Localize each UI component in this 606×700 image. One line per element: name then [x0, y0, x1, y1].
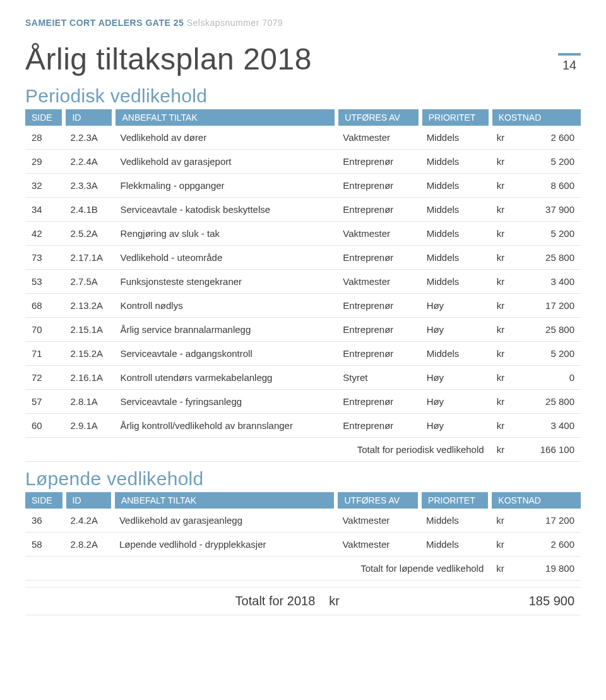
- cell-side: 53: [25, 270, 64, 294]
- cell-by: Entreprenør: [336, 294, 420, 318]
- cell-id: 2.4.2A: [64, 509, 113, 533]
- cell-by: Vaktmester: [336, 270, 420, 294]
- cell-cost: 2 600: [518, 533, 581, 557]
- cell-currency: kr: [490, 246, 518, 270]
- grand-total-cost: 185 900: [396, 588, 581, 615]
- subtotal-label: Totalt for periodisk vedlikehold: [25, 438, 490, 462]
- cell-prio: Middels: [420, 174, 490, 198]
- cell-cost: 25 800: [518, 246, 581, 270]
- cell-prio: Middels: [420, 198, 490, 222]
- col-header-cost: KOSTNAD: [490, 492, 581, 509]
- col-header-by: UTFØRES AV: [336, 492, 420, 509]
- cell-currency: kr: [490, 174, 518, 198]
- col-header-by: UTFØRES AV: [336, 109, 420, 126]
- cell-cost: 25 800: [518, 390, 581, 414]
- cell-currency: kr: [490, 270, 518, 294]
- col-header-prio: PRIORITET: [420, 109, 490, 126]
- cell-cost: 25 800: [518, 318, 581, 342]
- cell-id: 2.2.4A: [64, 150, 114, 174]
- cell-currency: kr: [490, 533, 518, 557]
- cell-task: Kontroll nødlys: [114, 294, 336, 318]
- cell-id: 2.13.2A: [64, 294, 114, 318]
- cell-by: Vaktmester: [336, 533, 420, 557]
- plan-table: SIDEIDANBEFALT TILTAKUTFØRES AVPRIORITET…: [25, 492, 581, 581]
- cell-side: 29: [25, 150, 64, 174]
- cell-currency: kr: [490, 318, 518, 342]
- cell-side: 36: [25, 509, 64, 533]
- cell-by: Entreprenør: [336, 198, 420, 222]
- cell-by: Styret: [336, 366, 420, 390]
- plan-table: SIDEIDANBEFALT TILTAKUTFØRES AVPRIORITET…: [25, 109, 581, 462]
- cell-currency: kr: [490, 294, 518, 318]
- cell-id: 2.9.1A: [64, 414, 114, 438]
- cell-task: Løpende vedlihold - drypplekkasjer: [113, 533, 336, 557]
- section-title: Løpende vedlikehold: [25, 468, 581, 490]
- cell-id: 2.17.1A: [64, 246, 114, 270]
- cell-id: 2.8.1A: [64, 390, 114, 414]
- cell-by: Entreprenør: [336, 390, 420, 414]
- cell-currency: kr: [490, 198, 518, 222]
- col-header-side: SIDE: [25, 492, 64, 509]
- cell-task: Årlig kontroll/vedlikehold av brannslang…: [114, 414, 336, 438]
- cell-side: 57: [25, 390, 64, 414]
- cell-task: Vedlikehold av garasjeanlegg: [113, 509, 336, 533]
- grand-total-label: Totalt for 2018: [25, 588, 323, 615]
- cell-cost: 5 200: [518, 222, 581, 246]
- cell-by: Vaktmester: [336, 509, 420, 533]
- table-row: 702.15.1AÅrlig service brannalarmanleggE…: [25, 318, 581, 342]
- cell-task: Flekkmaling - oppganger: [114, 174, 336, 198]
- cell-cost: 8 600: [518, 174, 581, 198]
- page-title: Årlig tiltaksplan 2018: [25, 42, 312, 76]
- table-row: 282.2.3AVedlikehold av dørerVaktmesterMi…: [25, 126, 581, 150]
- table-row: 292.2.4AVedlikehold av garasjeportEntrep…: [25, 150, 581, 174]
- cell-side: 68: [25, 294, 64, 318]
- cell-id: 2.15.1A: [64, 318, 114, 342]
- cell-currency: kr: [490, 366, 518, 390]
- table-row: 422.5.2ARengjøring av sluk - takVaktmest…: [25, 222, 581, 246]
- cell-by: Entreprenør: [336, 318, 420, 342]
- cell-by: Vaktmester: [336, 222, 420, 246]
- col-header-task: ANBEFALT TILTAK: [113, 492, 336, 509]
- cell-task: Serviceavtale - katodisk beskyttelse: [114, 198, 336, 222]
- org-name: SAMEIET CORT ADELERS GATE 25: [25, 18, 184, 28]
- subtotal-currency: kr: [490, 438, 518, 462]
- cell-side: 60: [25, 414, 64, 438]
- cell-task: Serviceavtale - fyringsanlegg: [114, 390, 336, 414]
- cell-currency: kr: [490, 342, 518, 366]
- cell-cost: 5 200: [518, 150, 581, 174]
- cell-task: Vedlikehold av garasjeport: [114, 150, 336, 174]
- table-row: 722.16.1AKontroll utendørs varmekabelanl…: [25, 366, 581, 390]
- document-header: SAMEIET CORT ADELERS GATE 25 Selskapsnum…: [25, 18, 581, 28]
- cell-side: 42: [25, 222, 64, 246]
- table-row: 712.15.2AServiceavtale - adgangskontroll…: [25, 342, 581, 366]
- table-row: 322.3.3AFlekkmaling - oppgangerEntrepren…: [25, 174, 581, 198]
- table-row: 582.8.2ALøpende vedlihold - drypplekkasj…: [25, 533, 581, 557]
- subtotal-cost: 166 100: [518, 438, 581, 462]
- cell-currency: kr: [490, 509, 518, 533]
- cell-cost: 0: [518, 366, 581, 390]
- cell-id: 2.15.2A: [64, 342, 114, 366]
- cell-currency: kr: [490, 150, 518, 174]
- cell-prio: Høy: [420, 414, 490, 438]
- cell-id: 2.4.1B: [64, 198, 114, 222]
- org-subtitle: Selskapsnummer 7079: [187, 18, 283, 28]
- cell-side: 70: [25, 318, 64, 342]
- cell-task: Funksjonsteste stengekraner: [114, 270, 336, 294]
- cell-cost: 17 200: [518, 509, 581, 533]
- cell-currency: kr: [490, 126, 518, 150]
- col-header-cost: KOSTNAD: [490, 109, 581, 126]
- cell-prio: Høy: [420, 390, 490, 414]
- cell-by: Entreprenør: [336, 342, 420, 366]
- table-row: 362.4.2AVedlikehold av garasjeanleggVakt…: [25, 509, 581, 533]
- cell-prio: Middels: [420, 509, 490, 533]
- cell-side: 72: [25, 366, 64, 390]
- cell-task: Rengjøring av sluk - tak: [114, 222, 336, 246]
- cell-id: 2.16.1A: [64, 366, 114, 390]
- cell-task: Årlig service brannalarmanlegg: [114, 318, 336, 342]
- cell-cost: 5 200: [518, 342, 581, 366]
- page-number: 14: [558, 53, 581, 73]
- table-row: 732.17.1AVedlikehold - uteområdeEntrepre…: [25, 246, 581, 270]
- cell-id: 2.5.2A: [64, 222, 114, 246]
- cell-prio: Middels: [420, 342, 490, 366]
- subtotal-cost: 19 800: [518, 557, 581, 581]
